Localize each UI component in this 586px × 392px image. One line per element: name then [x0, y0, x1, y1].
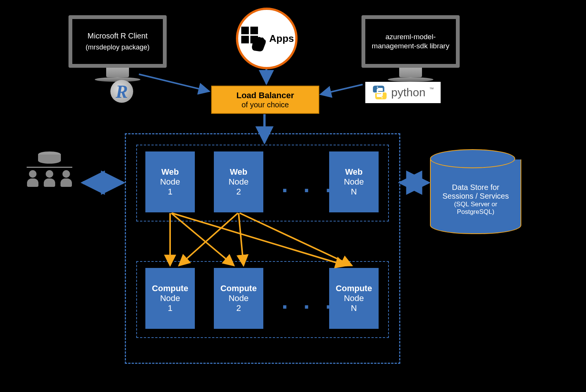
node-title: Web: [230, 167, 247, 177]
node-line3: 1: [168, 187, 172, 197]
compute-node-n: Compute Node N: [329, 268, 379, 329]
compute-ellipsis: . . .: [282, 288, 336, 314]
monitor-stand-icon: [106, 68, 129, 77]
node-title: Web: [161, 167, 179, 177]
svg-line-8: [320, 84, 363, 94]
svg-rect-1: [250, 27, 258, 34]
svg-point-4: [377, 86, 378, 88]
user-icon: [44, 170, 55, 185]
load-balancer-subtitle: of your choice: [242, 100, 289, 109]
node-line3: 2: [236, 303, 241, 313]
node-line2: Node: [160, 293, 180, 303]
python-logo-icon: [372, 85, 387, 100]
web-node-2: Web Node 2: [214, 151, 263, 212]
svg-rect-0: [241, 27, 249, 34]
apps-circle: Apps: [236, 8, 298, 69]
python-client-monitor: azureml-model-management-sdk library: [361, 15, 460, 82]
data-store-cylinder: Data Store for Sessions / Services (SQL …: [430, 149, 514, 234]
load-balancer-box: Load Balancer of your choice: [211, 86, 319, 114]
node-line2: Node: [344, 293, 364, 303]
r-client-screen: Microsoft R Client (mrsdeploy package): [68, 15, 167, 68]
node-line2: Node: [229, 177, 249, 187]
r-logo-icon: R: [110, 80, 133, 103]
node-title: Compute: [152, 284, 188, 293]
monitor-base-icon: [388, 77, 433, 82]
r-logo-text: R: [116, 81, 128, 102]
r-client-monitor: Microsoft R Client (mrsdeploy package): [68, 15, 167, 82]
monitor-stand-icon: [399, 68, 422, 77]
node-line3: 2: [236, 187, 241, 197]
r-client-subtitle: (mrsdeploy package): [86, 43, 150, 51]
node-line2: Node: [344, 177, 364, 187]
node-title: Compute: [220, 284, 256, 293]
web-node-n: Web Node N: [329, 151, 379, 212]
user-icon: [61, 170, 72, 185]
node-line3: 1: [168, 303, 172, 313]
python-logo-badge: python ™: [365, 82, 441, 103]
web-ellipsis: . . .: [282, 171, 336, 198]
python-client-screen: azureml-model-management-sdk library: [361, 15, 460, 68]
node-title: Web: [345, 167, 363, 177]
apps-touch-icon: [240, 25, 266, 52]
node-line2: Node: [160, 177, 180, 187]
python-logo-text: python: [391, 86, 425, 99]
data-store-line1: Data Store for: [452, 183, 500, 192]
node-title: Compute: [336, 284, 372, 293]
data-store-line3: (SQL Server or: [454, 201, 497, 208]
python-client-title: azureml-model-management-sdk library: [367, 32, 454, 51]
compute-node-1: Compute Node 1: [145, 268, 195, 329]
web-node-1: Web Node 1: [145, 151, 195, 212]
node-line3: N: [351, 303, 357, 313]
load-balancer-title: Load Balancer: [236, 91, 294, 100]
user-icon: [27, 170, 38, 185]
directory-users-icon: [27, 151, 72, 185]
apps-label: Apps: [269, 33, 294, 45]
compute-node-2: Compute Node 2: [214, 268, 263, 329]
node-line3: N: [351, 187, 357, 197]
svg-point-5: [381, 97, 382, 98]
data-store-line2: Sessions / Services: [443, 192, 509, 201]
svg-rect-2: [241, 36, 249, 43]
node-line2: Node: [229, 293, 249, 303]
r-client-title: Microsoft R Client: [88, 32, 148, 40]
data-store-line4: PostgreSQL): [457, 208, 494, 216]
